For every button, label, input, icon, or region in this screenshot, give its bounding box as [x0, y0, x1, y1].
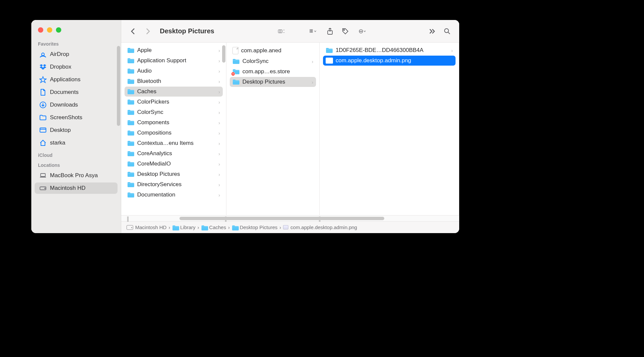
- path-bar: Macintosh HD›Library›Caches›Desktop Pict…: [121, 221, 459, 233]
- list-item[interactable]: CoreMediaIO›: [125, 159, 223, 169]
- list-item-label: CoreMediaIO: [137, 161, 171, 167]
- window-title: Desktop Pictures: [160, 27, 214, 35]
- list-item[interactable]: com.apple.aned: [230, 45, 316, 56]
- sidebar-item-macintosh-hd[interactable]: Macintosh HD: [35, 182, 118, 194]
- sidebar-item-label: ScreenShots: [50, 114, 82, 121]
- toolbar: Desktop Pictures: [121, 20, 459, 43]
- close-button[interactable]: [38, 27, 43, 33]
- sidebar-item-desktop[interactable]: Desktop: [35, 125, 118, 136]
- folder-icon: [172, 225, 178, 230]
- list-item[interactable]: Application Support›: [125, 56, 223, 66]
- folder-icon: [326, 47, 333, 53]
- action-button[interactable]: [354, 25, 371, 37]
- path-separator-icon: ›: [197, 224, 199, 230]
- list-item-label: com.apple.desktop.admin.png: [336, 57, 411, 64]
- list-item[interactable]: Desktop Pictures›: [230, 77, 316, 87]
- svg-rect-6: [278, 30, 282, 33]
- document-icon: [39, 89, 47, 96]
- path-segment[interactable]: Caches: [201, 224, 226, 230]
- list-item[interactable]: Apple›: [125, 45, 223, 55]
- chevron-right-icon: ›: [218, 99, 220, 105]
- list-item[interactable]: Documentation›: [125, 190, 223, 200]
- window-controls: [31, 24, 121, 38]
- list-item-label: Desktop Pictures: [242, 79, 285, 85]
- path-segment[interactable]: Macintosh HD: [127, 224, 166, 230]
- chevron-right-icon: ›: [218, 110, 220, 115]
- minimize-button[interactable]: [47, 27, 52, 33]
- column-3[interactable]: 1D0F265E-BDE…DD466300BB4A›com.apple.desk…: [320, 43, 459, 215]
- sidebar-item-airdrop[interactable]: AirDrop: [35, 49, 118, 60]
- folder-icon: [232, 69, 240, 75]
- svg-point-5: [45, 188, 45, 189]
- list-item[interactable]: DirectoryServices›: [125, 179, 223, 189]
- sidebar-item-screenshots[interactable]: ScreenShots: [35, 112, 118, 123]
- path-separator-icon: ›: [279, 224, 281, 230]
- tag-button[interactable]: [339, 25, 352, 37]
- list-item-label: ColorPickers: [137, 99, 169, 105]
- list-item-label: Audio: [137, 68, 152, 74]
- sidebar-item-downloads[interactable]: Downloads: [35, 99, 118, 111]
- folder-icon: [127, 109, 135, 115]
- sidebar-item-macbook[interactable]: MacBook Pro Asya: [35, 170, 118, 181]
- list-item-label: Contextua…enu Items: [137, 140, 193, 147]
- image-file-icon: [326, 58, 333, 64]
- chevron-right-icon: ›: [218, 172, 220, 177]
- harddrive-icon: [127, 225, 133, 230]
- list-item[interactable]: ColorSync›: [125, 107, 223, 117]
- sidebar-item-applications[interactable]: Applications: [35, 74, 118, 85]
- sidebar-item-home[interactable]: starka: [35, 137, 118, 149]
- search-button[interactable]: [441, 25, 454, 37]
- group-button[interactable]: [305, 25, 321, 37]
- list-item-label: Desktop Pictures: [137, 171, 180, 178]
- list-item[interactable]: ColorSync›: [230, 56, 316, 66]
- list-item[interactable]: Components›: [125, 118, 223, 128]
- overflow-button[interactable]: [425, 25, 439, 37]
- downloads-icon: [39, 101, 47, 109]
- list-item[interactable]: com.apple.desktop.admin.png: [323, 56, 456, 66]
- image-file-icon: [283, 225, 288, 229]
- view-columns-button[interactable]: [272, 25, 291, 37]
- sidebar-scrollbar[interactable]: [117, 46, 120, 126]
- sidebar-item-label: Desktop: [50, 127, 71, 134]
- svg-point-12: [344, 29, 345, 30]
- chevron-right-icon: ›: [218, 58, 220, 64]
- path-segment[interactable]: Desktop Pictures: [232, 224, 277, 230]
- chevron-right-icon: ›: [451, 48, 453, 53]
- list-item[interactable]: com.app…es.store: [230, 67, 316, 77]
- sidebar-item-documents[interactable]: Documents: [35, 87, 118, 98]
- main-area: Favorites AirDrop Dropbox Applications D…: [31, 20, 459, 233]
- path-segment-label: Caches: [209, 224, 226, 230]
- column-1[interactable]: Apple›Application Support›Audio›Bluetoot…: [121, 43, 226, 215]
- sidebar-section-icloud: iCloud: [31, 149, 121, 159]
- list-item[interactable]: 1D0F265E-BDE…DD466300BB4A›: [323, 45, 456, 55]
- back-button[interactable]: [127, 25, 140, 37]
- sidebar-item-label: Downloads: [50, 102, 78, 108]
- folder-icon: [127, 58, 135, 64]
- share-button[interactable]: [323, 25, 337, 37]
- list-item[interactable]: Caches›: [125, 87, 223, 97]
- sidebar-item-label: MacBook Pro Asya: [50, 172, 98, 179]
- chevron-right-icon: ›: [312, 79, 313, 85]
- list-item[interactable]: Desktop Pictures›: [125, 169, 223, 179]
- chevron-right-icon: ›: [218, 89, 220, 95]
- list-item-label: Caches: [137, 88, 157, 95]
- list-item[interactable]: ColorPickers›: [125, 97, 223, 107]
- sidebar-item-dropbox[interactable]: Dropbox: [35, 61, 118, 73]
- path-segment[interactable]: com.apple.desktop.admin.png: [283, 224, 357, 230]
- maximize-button[interactable]: [56, 27, 61, 33]
- path-segment[interactable]: Library: [172, 224, 195, 230]
- column-resize-handle[interactable]: ‖: [127, 217, 131, 220]
- list-item[interactable]: Audio›: [125, 66, 223, 76]
- folder-icon: [201, 225, 207, 230]
- list-item[interactable]: Bluetooth›: [125, 76, 223, 86]
- list-item[interactable]: CoreAnalytics›: [125, 149, 223, 159]
- chevron-right-icon: ›: [218, 68, 220, 74]
- list-item[interactable]: Contextua…enu Items›: [125, 138, 223, 148]
- list-item[interactable]: Compositions›: [125, 128, 223, 138]
- column-2[interactable]: com.apple.anedColorSync›com.app…es.store…: [226, 43, 320, 215]
- chevron-right-icon: ›: [218, 48, 220, 53]
- forward-button[interactable]: [142, 25, 155, 37]
- horizontal-scrollbar-thumb[interactable]: [179, 217, 384, 220]
- list-item-label: com.apple.aned: [241, 47, 281, 54]
- list-item-label: 1D0F265E-BDE…DD466300BB4A: [336, 47, 424, 54]
